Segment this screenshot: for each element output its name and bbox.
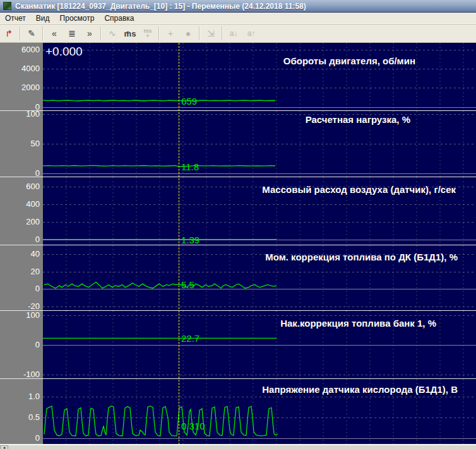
variables-list-button[interactable]: ≣ bbox=[64, 26, 80, 40]
plot-ltft[interactable]: Нак.коррекция топлива банк 1, %22.7 bbox=[43, 311, 476, 378]
y-tick-label: 600 bbox=[26, 182, 40, 191]
y-axis-gutter-load: 100500 bbox=[0, 111, 43, 177]
y-tick-label: 100 bbox=[26, 310, 40, 320]
panel-title-rpm: Обороты двигателя, об/мин bbox=[283, 55, 415, 66]
next-screen-button[interactable]: » bbox=[82, 26, 97, 40]
cursor-value-maf: 1.39 bbox=[181, 235, 199, 245]
menu-bar: ОтчетВидПросмотрСправка bbox=[0, 13, 476, 24]
report-button[interactable]: ✎ bbox=[24, 26, 39, 40]
plot-o2[interactable]: Напряжение датчика кислорода (Б1Д1), В0.… bbox=[43, 379, 476, 444]
y-tick-label: 0.5 bbox=[28, 412, 40, 422]
time-cursor-line[interactable] bbox=[179, 43, 179, 445]
y-tick-label: 40 bbox=[31, 249, 40, 259]
trace-load bbox=[43, 165, 275, 166]
toolbar-separator bbox=[222, 26, 223, 40]
panel-title-stft: Мом. коррекция топлива по ДК (Б1Д1), % bbox=[265, 252, 458, 262]
y-tick-label: 0 bbox=[35, 235, 40, 244]
plot-stft[interactable]: Мом. коррекция топлива по ДК (Б1Д1), %5.… bbox=[43, 245, 476, 310]
font-larger-button: a↑ bbox=[244, 26, 259, 40]
plot-load[interactable]: Расчетная нагрузка, %11.8 bbox=[43, 111, 476, 177]
wave-mode-button: ∿ bbox=[105, 26, 120, 40]
time-offset-label: +0.000 bbox=[45, 45, 83, 59]
panel-title-load: Расчетная нагрузка, % bbox=[306, 114, 410, 125]
y-tick-label: 1.0 bbox=[28, 392, 40, 401]
menu-item-0[interactable]: Отчет bbox=[0, 13, 31, 23]
cursor-value-ltft: 22.7 bbox=[181, 333, 199, 344]
plot-rpm[interactable]: Обороты двигателя, об/мин659 bbox=[43, 43, 476, 110]
crosshair-button: + bbox=[163, 26, 178, 40]
chart-area: +0.000 6000400020000Обороты двигателя, о… bbox=[0, 43, 476, 445]
prev-screen-button[interactable]: « bbox=[47, 26, 62, 40]
y-tick-label: 200 bbox=[26, 217, 40, 226]
y-tick-label: 0 bbox=[35, 340, 40, 349]
y-tick-label: 100 bbox=[26, 109, 40, 119]
horizontal-scrollbar[interactable]: ◂ bbox=[0, 445, 476, 449]
panel-title-ltft: Нак.коррекция топлива банк 1, % bbox=[280, 318, 436, 329]
cursor-value-o2: 0.310 bbox=[181, 421, 205, 431]
time-scale-minus-button[interactable]: m̄s bbox=[122, 26, 138, 40]
y-tick-label: 4000 bbox=[21, 64, 40, 73]
y-tick-label: 400 bbox=[26, 199, 40, 209]
toolbar-separator bbox=[42, 26, 44, 40]
y-tick-label: 2000 bbox=[21, 83, 40, 92]
fullscreen-button: ⇲ bbox=[203, 26, 218, 40]
scroll-left-button[interactable]: ◂ bbox=[0, 445, 8, 449]
record-button: ● bbox=[181, 26, 196, 40]
font-smaller-button: a↓ bbox=[226, 26, 241, 40]
app-window: Сканматик [181224_0937_Двигатель_[10] : … bbox=[0, 0, 476, 449]
y-axis-gutter-ltft: 1000-100 bbox=[0, 311, 43, 378]
menu-item-1[interactable]: Вид bbox=[31, 13, 55, 23]
toolbar: ↱✎«≣»∿m̄sms++●⇲a↓a↑ bbox=[0, 24, 476, 43]
chart-panel-maf: 6004002000Массовый расход воздуха (датчи… bbox=[0, 177, 476, 245]
menu-item-3[interactable]: Справка bbox=[99, 13, 139, 23]
y-axis-gutter-o2: 1.00.50 bbox=[0, 379, 43, 444]
cursor-value-stft: 5.5 bbox=[181, 279, 194, 290]
menu-item-2[interactable]: Просмотр bbox=[55, 13, 100, 23]
y-axis-gutter-maf: 6004002000 bbox=[0, 177, 43, 245]
toolbar-separator bbox=[20, 26, 21, 40]
y-tick-label: 0 bbox=[35, 433, 40, 443]
app-icon bbox=[3, 2, 11, 10]
trace-stft bbox=[44, 282, 277, 288]
y-tick-label: 6000 bbox=[21, 45, 40, 54]
trace-rpm bbox=[43, 100, 275, 101]
chart-panel-ltft: 1000-100Нак.коррекция топлива банк 1, %2… bbox=[0, 311, 476, 379]
chart-panel-load: 100500Расчетная нагрузка, %11.8 bbox=[0, 111, 476, 177]
cursor-value-rpm: 659 bbox=[181, 96, 197, 107]
chart-panel-o2: 1.00.50Напряжение датчика кислорода (Б1Д… bbox=[0, 379, 476, 445]
window-title: Сканматик [181224_0937_Двигатель_[10] : … bbox=[15, 2, 306, 11]
toolbar-separator bbox=[100, 26, 102, 40]
title-bar[interactable]: Сканматик [181224_0937_Двигатель_[10] : … bbox=[0, 0, 476, 13]
panel-title-maf: Массовый расход воздуха (датчик), г/сек bbox=[262, 184, 456, 195]
toolbar-separator bbox=[158, 26, 160, 40]
chart-panel-stft: 40200-20Мом. коррекция топлива по ДК (Б1… bbox=[0, 245, 476, 311]
y-tick-label: 20 bbox=[31, 267, 40, 276]
y-axis-gutter-rpm: 6000400020000 bbox=[0, 43, 43, 110]
toolbar-separator bbox=[199, 26, 200, 40]
y-tick-label: 50 bbox=[31, 139, 40, 148]
trace-o2 bbox=[44, 406, 278, 436]
back-arrow-button[interactable]: ↱ bbox=[1, 26, 16, 40]
y-tick-label: -20 bbox=[28, 301, 40, 311]
y-tick-label: -100 bbox=[23, 370, 40, 379]
y-tick-label: 0 bbox=[35, 284, 40, 293]
y-axis-gutter-stft: 40200-20 bbox=[0, 245, 43, 310]
plot-maf[interactable]: Массовый расход воздуха (датчик), г/сек1… bbox=[43, 177, 476, 245]
panel-title-o2: Напряжение датчика кислорода (Б1Д1), В bbox=[262, 384, 458, 395]
cursor-value-load: 11.8 bbox=[181, 161, 199, 172]
time-scale-plus-button: ms+ bbox=[140, 26, 155, 40]
